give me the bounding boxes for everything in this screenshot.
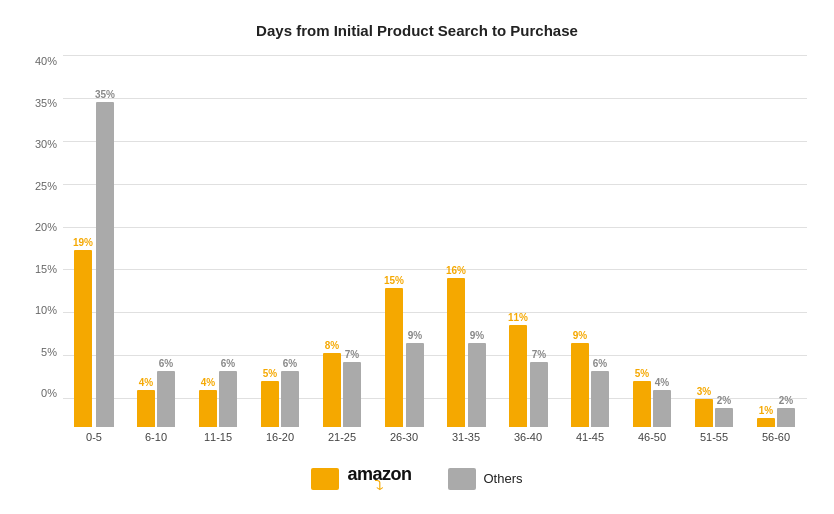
amazon-bar: [509, 325, 527, 427]
bar-group: 9%6%: [559, 55, 621, 427]
amazon-bar-wrap: 8%: [323, 55, 341, 427]
amazon-arrow-icon: ⤵: [374, 479, 385, 492]
others-bar-label: 6%: [593, 358, 607, 369]
amazon-bar-wrap: 3%: [695, 55, 713, 427]
bar-group: 5%6%: [249, 55, 311, 427]
others-bar: [96, 102, 114, 428]
others-bar: [530, 362, 548, 427]
amazon-bar: [199, 390, 217, 427]
y-axis-label: 25%: [35, 180, 57, 192]
others-bar-label: 4%: [655, 377, 669, 388]
y-axis-label: 40%: [35, 55, 57, 67]
amazon-bar: [757, 418, 775, 427]
x-axis-label: 51-55: [683, 427, 745, 455]
y-axis: 40%35%30%25%20%15%10%5%0%: [27, 55, 63, 427]
amazon-bar-label: 19%: [73, 237, 93, 248]
amazon-bar: [695, 399, 713, 427]
others-bar: [219, 371, 237, 427]
amazon-bar-wrap: 15%: [384, 55, 404, 427]
y-axis-label: 10%: [35, 304, 57, 316]
amazon-bar-label: 9%: [573, 330, 587, 341]
others-bar-label: 9%: [470, 330, 484, 341]
amazon-bar-wrap: 11%: [508, 55, 528, 427]
others-bar: [715, 408, 733, 427]
x-labels: 0-56-1011-1516-2021-2526-3031-3536-4041-…: [27, 427, 807, 455]
others-bar-wrap: 2%: [715, 55, 733, 427]
amazon-bar-label: 3%: [697, 386, 711, 397]
y-axis-label: 0%: [41, 387, 57, 399]
amazon-bar-wrap: 1%: [757, 55, 775, 427]
others-bar: [406, 343, 424, 427]
others-bar-label: 7%: [345, 349, 359, 360]
others-bar-label: 6%: [283, 358, 297, 369]
chart-plot: 19%35%4%6%4%6%5%6%8%7%15%9%16%9%11%7%9%6…: [63, 55, 807, 427]
chart-container: Days from Initial Product Search to Purc…: [17, 12, 817, 502]
others-bar: [591, 371, 609, 427]
bar-group: 15%9%: [373, 55, 435, 427]
amazon-bar-label: 1%: [759, 405, 773, 416]
others-bar-wrap: 7%: [343, 55, 361, 427]
chart-title: Days from Initial Product Search to Purc…: [256, 22, 578, 39]
others-bar-wrap: 9%: [468, 55, 486, 427]
others-swatch: [448, 468, 476, 490]
others-bar: [157, 371, 175, 427]
amazon-bar-label: 8%: [325, 340, 339, 351]
x-axis-label: 11-15: [187, 427, 249, 455]
bars-row: 19%35%4%6%4%6%5%6%8%7%15%9%16%9%11%7%9%6…: [63, 55, 807, 427]
others-bar-label: 2%: [779, 395, 793, 406]
x-axis-label: 16-20: [249, 427, 311, 455]
bar-group: 3%2%: [683, 55, 745, 427]
others-bar-label: 9%: [408, 330, 422, 341]
amazon-bar-label: 4%: [201, 377, 215, 388]
y-axis-label: 5%: [41, 346, 57, 358]
others-bar: [777, 408, 795, 427]
amazon-bar-wrap: 5%: [633, 55, 651, 427]
amazon-bar: [323, 353, 341, 427]
bar-group: 4%6%: [187, 55, 249, 427]
bar-group: 8%7%: [311, 55, 373, 427]
x-axis-label: 26-30: [373, 427, 435, 455]
amazon-bar-wrap: 4%: [199, 55, 217, 427]
bar-group: 11%7%: [497, 55, 559, 427]
amazon-bar-label: 11%: [508, 312, 528, 323]
amazon-bar: [447, 278, 465, 427]
others-bar-wrap: 7%: [530, 55, 548, 427]
bar-group: 19%35%: [63, 55, 125, 427]
y-axis-label: 15%: [35, 263, 57, 275]
bar-group: 4%6%: [125, 55, 187, 427]
x-axis-label: 6-10: [125, 427, 187, 455]
x-axis-label: 31-35: [435, 427, 497, 455]
amazon-bar-label: 16%: [446, 265, 466, 276]
amazon-bar: [74, 250, 92, 427]
x-axis-label: 41-45: [559, 427, 621, 455]
others-bar-label: 7%: [532, 349, 546, 360]
x-axis-label: 46-50: [621, 427, 683, 455]
amazon-bar-label: 4%: [139, 377, 153, 388]
others-bar-wrap: 4%: [653, 55, 671, 427]
y-axis-label: 20%: [35, 221, 57, 233]
x-axis-label: 36-40: [497, 427, 559, 455]
amazon-bar-wrap: 19%: [73, 55, 93, 427]
others-bar: [653, 390, 671, 427]
others-bar-wrap: 35%: [95, 55, 115, 427]
y-axis-label: 30%: [35, 138, 57, 150]
amazon-bar-label: 5%: [635, 368, 649, 379]
amazon-bar: [385, 288, 403, 428]
x-axis-label: 21-25: [311, 427, 373, 455]
others-bar-wrap: 6%: [591, 55, 609, 427]
x-axis-label: 56-60: [745, 427, 807, 455]
amazon-bar: [261, 381, 279, 428]
others-bar-wrap: 9%: [406, 55, 424, 427]
bar-group: 16%9%: [435, 55, 497, 427]
others-label: Others: [484, 471, 523, 486]
others-bar-label: 35%: [95, 89, 115, 100]
others-bar-wrap: 6%: [219, 55, 237, 427]
amazon-bar-wrap: 9%: [571, 55, 589, 427]
others-bar: [281, 371, 299, 427]
others-bar-label: 6%: [221, 358, 235, 369]
amazon-bar: [137, 390, 155, 427]
amazon-logo: amazon ⤵: [347, 465, 411, 492]
amazon-bar-label: 5%: [263, 368, 277, 379]
legend: amazon ⤵ Others: [311, 465, 522, 492]
amazon-bar-wrap: 5%: [261, 55, 279, 427]
